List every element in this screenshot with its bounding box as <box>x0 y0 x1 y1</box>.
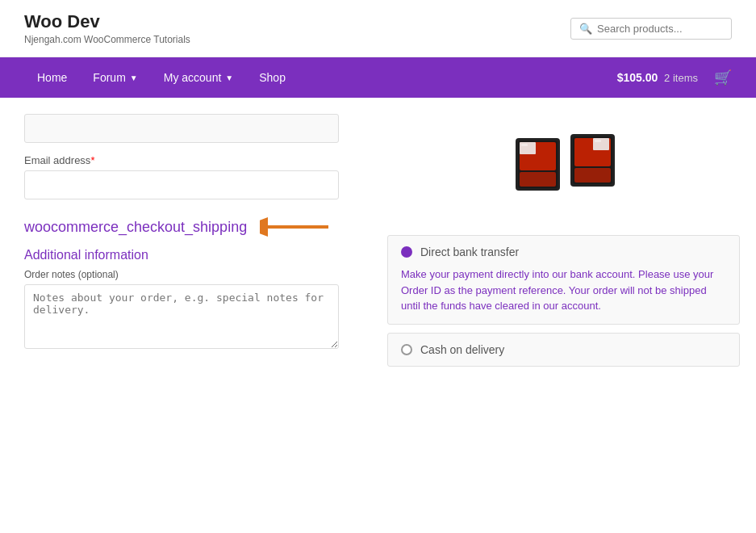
site-title: Woo Dev <box>24 11 190 32</box>
top-field-group <box>24 114 347 143</box>
direct-bank-radio[interactable] <box>401 246 412 258</box>
order-notes-textarea[interactable] <box>24 284 339 349</box>
cash-header: Cash on delivery <box>401 343 726 356</box>
cash-radio[interactable] <box>401 344 412 355</box>
left-column: Email address* woocommerce_checkout_ship… <box>0 98 371 383</box>
nav-shop[interactable]: Shop <box>246 57 299 98</box>
orange-arrow <box>260 214 332 240</box>
nav-left: Home Forum ▼ My account ▼ Shop <box>24 57 299 98</box>
payment-option-direct-bank[interactable]: Direct bank transfer Make your payment d… <box>387 235 740 325</box>
nav-right: $105.00 2 items 🛒 <box>617 69 732 86</box>
payment-option-cash[interactable]: Cash on delivery <box>387 333 740 367</box>
main-content: Email address* woocommerce_checkout_ship… <box>0 98 756 383</box>
product-image-area <box>387 122 740 203</box>
order-notes-label: Order notes (optional) <box>24 269 347 280</box>
svg-rect-13 <box>595 140 601 142</box>
forum-dropdown-arrow: ▼ <box>130 73 138 82</box>
svg-rect-11 <box>574 168 611 183</box>
nav-my-account[interactable]: My account ▼ <box>151 57 247 98</box>
email-label: Email address* <box>24 154 347 166</box>
order-notes-group: Order notes (optional) <box>24 269 347 351</box>
site-header: Woo Dev Njengah.com WooCommerce Tutorial… <box>0 0 756 57</box>
search-icon: 🔍 <box>579 23 592 35</box>
payment-section: Direct bank transfer Make your payment d… <box>387 235 740 367</box>
direct-bank-label: Direct bank transfer <box>420 246 519 258</box>
site-branding: Woo Dev Njengah.com WooCommerce Tutorial… <box>24 11 190 45</box>
email-group: Email address* <box>24 154 347 199</box>
additional-info-section: Additional information Order notes (opti… <box>24 248 347 351</box>
cart-items-count: 2 items <box>664 72 698 84</box>
right-column: Direct bank transfer Make your payment d… <box>371 98 756 383</box>
hook-label-container: woocommerce_checkout_shipping <box>24 214 347 240</box>
search-input[interactable] <box>597 23 723 35</box>
cart-amount: $105.00 2 items <box>617 71 698 84</box>
direct-bank-description: Make your payment directly into our bank… <box>401 266 726 314</box>
cash-label: Cash on delivery <box>420 343 504 356</box>
required-star: * <box>90 154 94 166</box>
cart-icon[interactable]: 🛒 <box>714 69 732 86</box>
hook-label-text: woocommerce_checkout_shipping <box>24 219 247 236</box>
svg-rect-5 <box>520 172 556 187</box>
nav-forum[interactable]: Forum ▼ <box>80 57 150 98</box>
nav-home[interactable]: Home <box>24 57 80 98</box>
email-field[interactable] <box>24 170 339 199</box>
direct-bank-header: Direct bank transfer <box>401 246 726 258</box>
site-tagline: Njengah.com WooCommerce Tutorials <box>24 34 190 45</box>
main-nav: Home Forum ▼ My account ▼ Shop $105.00 2… <box>0 57 756 98</box>
additional-info-title: Additional information <box>24 248 347 262</box>
top-empty-field[interactable] <box>24 114 339 143</box>
search-box[interactable]: 🔍 <box>570 18 732 40</box>
product-image <box>512 122 616 203</box>
svg-rect-7 <box>521 144 528 146</box>
my-account-dropdown-arrow: ▼ <box>225 73 233 82</box>
